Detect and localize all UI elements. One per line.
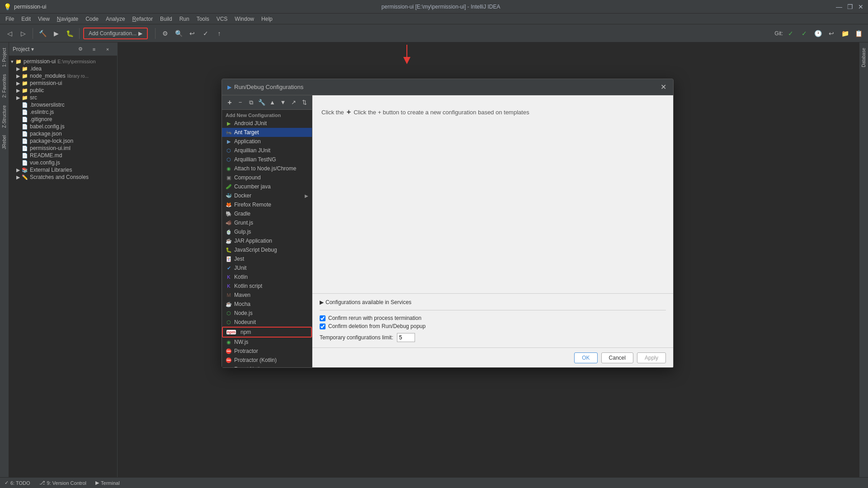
project-gear-icon[interactable]: ⚙	[75, 43, 86, 55]
close-button[interactable]: ✕	[857, 3, 864, 10]
temp-limit-input[interactable]	[397, 333, 415, 342]
git-folder-btn[interactable]: 📁	[839, 28, 851, 39]
sidebar-structure-tab[interactable]: Z-Structure	[0, 102, 8, 131]
config-npm[interactable]: npm npm	[222, 327, 312, 338]
services-header[interactable]: ▶ Configurations available in Services	[320, 299, 666, 305]
git-checkmark-btn[interactable]: ✓	[785, 28, 797, 39]
tree-package-lock[interactable]: 📄 package-lock.json	[9, 137, 117, 145]
config-kotlin[interactable]: K Kotlin	[222, 272, 312, 282]
todo-tab[interactable]: ✓ 6: TODO	[0, 479, 35, 487]
project-layout-icon[interactable]: ≡	[88, 43, 100, 55]
config-javascript-debug[interactable]: 🐛 JavaScript Debug	[222, 245, 312, 254]
menu-run[interactable]: Run	[176, 15, 193, 23]
sidebar-database-tab[interactable]: Database	[860, 44, 868, 71]
toolbar-build-btn[interactable]: 🔨	[37, 28, 48, 39]
config-gruntjs[interactable]: 🐗 Grunt.js	[222, 218, 312, 227]
cancel-button[interactable]: Cancel	[601, 352, 633, 363]
git-copy-btn[interactable]: 📋	[853, 28, 864, 39]
toolbar-debug-btn[interactable]: 🐛	[64, 28, 75, 39]
tree-external-libs[interactable]: ▶ 📚 External Libraries	[9, 166, 117, 174]
tree-public[interactable]: ▶ 📁 public	[9, 87, 117, 94]
config-attach-nodejs[interactable]: ◉ Attach to Node.js/Chrome	[222, 164, 312, 173]
tree-idea[interactable]: ▶ 📁 .idea	[9, 65, 117, 72]
add-configuration-button[interactable]: Add Configuration... ▶	[83, 28, 148, 39]
menu-window[interactable]: Window	[231, 15, 258, 23]
toolbar-run-btn[interactable]: ▶	[50, 28, 62, 39]
config-arquillian-junit[interactable]: ⬡ Arquillian JUnit	[222, 146, 312, 155]
config-jar-application[interactable]: ☕ JAR Application	[222, 236, 312, 245]
config-gradle[interactable]: 🐘 Gradle	[222, 209, 312, 218]
config-maven[interactable]: M Maven	[222, 291, 312, 300]
toolbar-commit-btn[interactable]: ✓	[200, 28, 212, 39]
config-gulpjs[interactable]: 🍵 Gulp.js	[222, 227, 312, 236]
terminal-tab[interactable]: ▶ Terminal	[91, 479, 124, 487]
tree-browserslistrc[interactable]: 📄 .browserslistrc	[9, 101, 117, 108]
sidebar-jrebel-tab[interactable]: JRebel	[0, 131, 8, 153]
config-ant-target[interactable]: 🐜 Ant Target	[222, 128, 312, 137]
menu-help[interactable]: Help	[258, 15, 276, 23]
menu-navigate[interactable]: Navigate	[53, 15, 82, 23]
tree-vue-config[interactable]: 📄 vue.config.js	[9, 159, 117, 166]
config-docker[interactable]: 🐳 Docker ▶	[222, 191, 312, 200]
config-arquillian-testng[interactable]: ⬡ Arquillian TestNG	[222, 155, 312, 164]
ok-button[interactable]: OK	[574, 352, 597, 363]
config-junit[interactable]: ✔ JUnit	[222, 263, 312, 272]
copy-config-btn[interactable]: ⧉	[246, 98, 256, 108]
tree-readme[interactable]: 📄 README.md	[9, 152, 117, 159]
sidebar-favorites-tab[interactable]: 2: Favorites	[0, 70, 8, 101]
move-down-btn[interactable]: ▼	[278, 98, 288, 108]
menu-refactor[interactable]: Refactor	[129, 15, 156, 23]
config-protractor-kotlin[interactable]: ⛔ Protractor (Kotlin)	[222, 356, 312, 365]
tree-permission-ui[interactable]: ▶ 📁 permission-ui	[9, 80, 117, 87]
project-title[interactable]: Project ▾	[13, 46, 34, 52]
config-cucumber-java[interactable]: 🥒 Cucumber java	[222, 182, 312, 191]
config-nodejs[interactable]: ⬡ Node.js	[222, 309, 312, 318]
move-up-btn[interactable]: ▲	[268, 98, 278, 108]
menu-tools[interactable]: Tools	[193, 15, 213, 23]
menu-view[interactable]: View	[34, 15, 53, 23]
config-jest[interactable]: 🃏 Jest	[222, 254, 312, 263]
config-react-native[interactable]: ⚛ React Native	[222, 365, 312, 367]
config-protractor[interactable]: ⛔ Protractor	[222, 347, 312, 356]
config-compound[interactable]: ▣ Compound	[222, 173, 312, 182]
minimize-button[interactable]: —	[835, 3, 843, 10]
menu-code[interactable]: Code	[82, 15, 102, 23]
tree-package[interactable]: 📄 package.json	[9, 130, 117, 137]
tree-gitignore[interactable]: 📄 .gitignore	[9, 116, 117, 123]
config-mocha[interactable]: ☕ Mocha	[222, 300, 312, 309]
menu-analyze[interactable]: Analyze	[102, 15, 129, 23]
maximize-button[interactable]: ❐	[846, 3, 854, 10]
tree-node-modules[interactable]: ▶ 📁 node_modules library ro...	[9, 72, 117, 80]
config-kotlin-script[interactable]: K Kotlin script	[222, 282, 312, 291]
toolbar-settings-btn[interactable]: ⚙	[159, 28, 171, 39]
modal-close-button[interactable]: ✕	[659, 83, 668, 92]
config-nwjs[interactable]: ◉ NW.js	[222, 338, 312, 347]
config-application[interactable]: ▶ Application	[222, 137, 312, 146]
git-tick-btn[interactable]: ✓	[798, 28, 810, 39]
remove-config-btn[interactable]: −	[236, 98, 245, 108]
confirm-rerun-checkbox[interactable]	[320, 315, 326, 321]
toolbar-push-btn[interactable]: ↑	[213, 28, 225, 39]
apply-button[interactable]: Apply	[637, 352, 666, 363]
menu-edit[interactable]: Edit	[18, 15, 34, 23]
share-btn[interactable]: ↗	[289, 98, 299, 108]
toolbar-vcs-btn[interactable]: ↩	[186, 28, 198, 39]
config-nodeunit[interactable]: ⬡ Nodeunit	[222, 318, 312, 327]
tree-root[interactable]: ▾ 📁 permission-ui E:\my\permission	[9, 58, 117, 65]
config-firefox-remote[interactable]: 🦊 Firefox Remote	[222, 200, 312, 209]
toolbar-back-btn[interactable]: ◁	[4, 28, 15, 39]
tree-src[interactable]: ▶ 📁 src	[9, 94, 117, 101]
tree-scratches[interactable]: ▶ ✏️ Scratches and Consoles	[9, 174, 117, 181]
version-control-tab[interactable]: ⎇ 9: Version Control	[35, 479, 91, 487]
tree-babel[interactable]: 📄 babel.config.js	[9, 123, 117, 130]
config-android-junit[interactable]: ▶ Android JUnit	[222, 119, 312, 128]
sort-btn[interactable]: ⇅	[299, 98, 309, 108]
menu-vcs[interactable]: VCS	[213, 15, 231, 23]
toolbar-search-btn[interactable]: 🔍	[173, 28, 184, 39]
tree-iml[interactable]: 📄 permission-ui.iml	[9, 145, 117, 152]
git-history-btn[interactable]: 🕐	[812, 28, 824, 39]
project-close-icon[interactable]: ×	[102, 43, 113, 55]
menu-build[interactable]: Build	[156, 15, 176, 23]
toolbar-forward-btn[interactable]: ▷	[17, 28, 29, 39]
sidebar-project-tab[interactable]: 1: Project	[0, 44, 8, 70]
